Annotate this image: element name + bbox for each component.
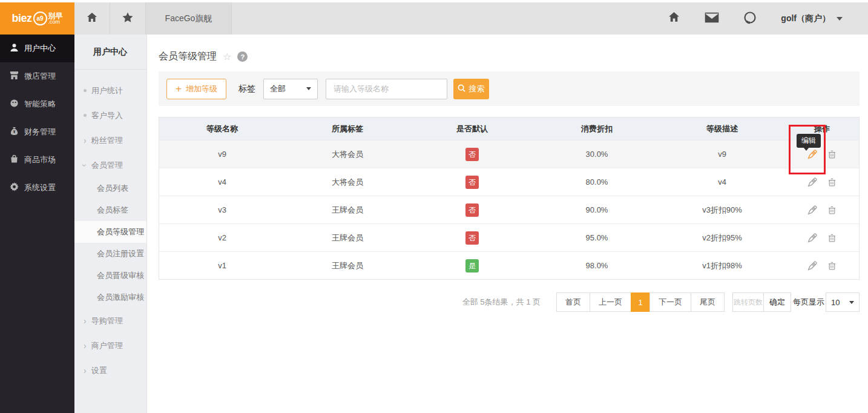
help-icon[interactable]: ?	[237, 51, 248, 62]
status-badge: 否	[465, 148, 479, 161]
sidebar-item-smart-strategy[interactable]: 智能策略	[0, 90, 74, 118]
support-icon[interactable]	[743, 11, 757, 27]
submenu-item-user-stats[interactable]: 用户统计	[74, 78, 146, 103]
delete-icon[interactable]	[827, 260, 838, 271]
main-content: 会员等级管理 ☆ ? + 增加等级 标签 全部 搜索 等级名称 所属标签 是否默…	[147, 35, 868, 413]
market-icon	[10, 154, 19, 165]
per-page-select[interactable]: 10	[826, 292, 860, 312]
submenu-item-member-list[interactable]: 会员列表	[74, 177, 146, 199]
user-name: golf（商户）	[781, 13, 830, 24]
sidebar-item-system-settings[interactable]: 系统设置	[0, 174, 74, 202]
sidebar-item-shop-mgmt[interactable]: 微店管理	[0, 62, 74, 90]
confirm-jump-button[interactable]: 确定	[763, 292, 791, 312]
delete-icon[interactable]	[827, 205, 838, 216]
user-menu[interactable]: golf（商户）	[781, 13, 843, 24]
logo-circle: a9	[33, 12, 47, 25]
chevron-right-icon: ›	[84, 342, 87, 350]
search-button[interactable]: 搜索	[453, 79, 489, 99]
page-title-row: 会员等级管理 ☆ ?	[147, 35, 868, 63]
star-icon	[122, 12, 134, 26]
sidebar-item-product-market[interactable]: 商品市场	[0, 146, 74, 174]
level-name-input[interactable]	[326, 79, 447, 99]
primary-sidebar: 用户中心 微店管理 智能策略 ¥ 财务管理 商品市场 系统设置	[0, 35, 74, 413]
chevron-right-icon: ›	[84, 317, 87, 325]
level-table: 等级名称 所属标签 是否默认 消费折扣 等级描述 操作 v9 大将会员 否 30…	[159, 117, 860, 280]
finance-icon: ¥	[10, 127, 19, 137]
plus-icon: +	[176, 84, 182, 94]
current-page-button[interactable]: 1	[631, 292, 650, 312]
edit-tooltip: 编辑	[797, 134, 821, 148]
submenu-item-guide-mgmt[interactable]: › 导购管理	[74, 308, 146, 333]
table-row: v3 王牌会员 否 90.0% v3折扣90%	[159, 196, 859, 223]
next-page-button[interactable]: 下一页	[649, 292, 691, 312]
sidebar-item-user-center[interactable]: 用户中心	[0, 35, 74, 62]
svg-text:¥: ¥	[13, 130, 16, 134]
toolbar: + 增加等级 标签 全部 搜索	[159, 71, 860, 106]
chevron-down-icon	[306, 87, 311, 90]
chevron-right-icon: ›	[84, 366, 87, 375]
add-level-button[interactable]: + 增加等级	[166, 79, 226, 99]
results-summary: 全部 5条结果，共 1 页	[462, 297, 541, 308]
submenu-item-fans-mgmt[interactable]: › 粉丝管理	[74, 128, 146, 153]
prev-page-button[interactable]: 上一页	[590, 292, 631, 312]
status-badge: 否	[465, 203, 479, 217]
submenu-item-member-register-settings[interactable]: 会员注册设置	[74, 243, 146, 265]
user-icon	[10, 43, 19, 54]
submenu-item-member-level-mgmt[interactable]: 会员等级管理	[74, 221, 146, 243]
home-icon[interactable]	[668, 11, 680, 26]
table-header-row: 等级名称 所属标签 是否默认 消费折扣 等级描述 操作	[159, 117, 859, 140]
tag-filter-label: 标签	[238, 84, 255, 94]
chevron-down-icon	[837, 17, 843, 21]
tooltip-arrow	[803, 147, 809, 151]
submenu-item-member-tags[interactable]: 会员标签	[74, 199, 146, 221]
first-page-button[interactable]: 首页	[556, 292, 590, 312]
logo-text: biez	[12, 12, 31, 25]
topbar-right: golf（商户）	[668, 2, 868, 35]
submenu-item-member-promotion-review[interactable]: 会员晋级审核	[74, 265, 146, 286]
tab-facego[interactable]: FaceGo旗舰	[146, 2, 232, 35]
favorite-star-icon[interactable]: ☆	[223, 51, 231, 62]
table-row: v1 王牌会员 是 98.0% v1折扣98%	[159, 251, 859, 279]
submenu-item-merchant-mgmt[interactable]: › 商户管理	[74, 333, 146, 358]
mail-icon[interactable]	[705, 12, 719, 25]
top-bar: biez a9 别早 .com FaceGo旗舰 golf（商户）	[0, 0, 868, 35]
submenu-item-settings[interactable]: › 设置	[74, 358, 146, 383]
sidebar-item-finance-mgmt[interactable]: ¥ 财务管理	[0, 118, 74, 146]
edit-icon[interactable]	[807, 233, 818, 243]
last-page-button[interactable]: 尾页	[691, 292, 725, 312]
delete-icon[interactable]	[827, 149, 838, 160]
logo-right: 别早 .com	[48, 12, 63, 25]
tag-filter-value: 全部	[270, 84, 286, 94]
edit-icon[interactable]	[807, 205, 818, 216]
delete-icon[interactable]	[827, 233, 838, 243]
store-icon	[10, 71, 19, 82]
pager-buttons: 首页 上一页 1 下一页 尾页	[557, 292, 725, 312]
submenu-item-member-incentive-review[interactable]: 会员激励审核	[74, 286, 146, 308]
gear-icon	[10, 182, 19, 193]
status-badge: 否	[465, 231, 479, 245]
edit-icon[interactable]	[807, 260, 818, 271]
table-row: v2 王牌会员 否 95.0% v2折扣95%	[159, 223, 859, 251]
submenu-item-customer-import[interactable]: 客户导入	[74, 103, 146, 128]
table-row: v4 大将会员 否 80.0% v4	[159, 168, 859, 196]
status-badge: 否	[465, 176, 479, 189]
status-badge: 是	[465, 259, 479, 273]
bullet-icon	[84, 89, 87, 92]
edit-icon[interactable]	[807, 177, 818, 188]
tag-filter-select[interactable]: 全部	[263, 79, 318, 99]
submenu-list: 用户统计 客户导入 › 粉丝管理 › 会员管理 会员列表 会员标签 会员等级管理…	[74, 70, 146, 383]
strategy-icon	[10, 99, 19, 110]
delete-icon[interactable]	[827, 177, 838, 188]
chevron-down-icon	[849, 301, 854, 304]
submenu-item-member-mgmt[interactable]: › 会员管理	[74, 153, 146, 177]
favorites-tab-button[interactable]	[110, 2, 146, 35]
table-row: v9 大将会员 否 30.0% v9	[159, 140, 859, 168]
jump-page-input[interactable]	[732, 292, 764, 312]
brand-logo[interactable]: biez a9 别早 .com	[0, 2, 74, 35]
bullet-icon	[84, 114, 87, 117]
home-tab-button[interactable]	[74, 2, 110, 35]
secondary-sidebar: 用户中心 用户统计 客户导入 › 粉丝管理 › 会员管理 会员列表 会员标签 会…	[74, 35, 147, 413]
submenu-header: 用户中心	[74, 35, 146, 70]
per-page-label: 每页显示	[793, 297, 824, 308]
per-page-value: 10	[831, 298, 840, 307]
